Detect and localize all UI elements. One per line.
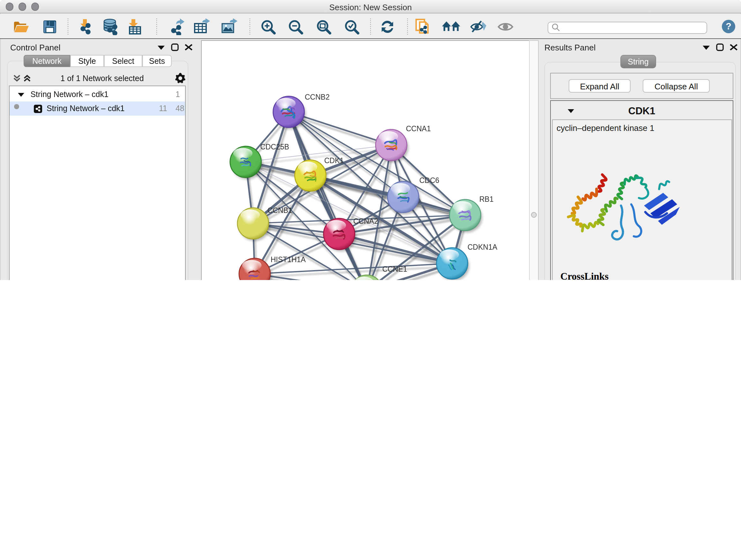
svg-text:CCNB2: CCNB2 [305,93,330,101]
svg-text:CCNA1: CCNA1 [406,125,431,133]
svg-text:CCNB1: CCNB1 [267,206,292,214]
svg-text:CCNA2: CCNA2 [353,217,378,226]
svg-text:HIST1H1A: HIST1H1A [271,255,306,264]
svg-text:CDC25B: CDC25B [260,143,289,151]
svg-text:CDC6: CDC6 [419,176,440,185]
svg-text:CDKN1A: CDKN1A [468,243,497,251]
svg-text:RB1: RB1 [479,195,494,203]
svg-text:CDK1: CDK1 [324,157,344,165]
svg-text:CCNE1: CCNE1 [382,265,407,273]
